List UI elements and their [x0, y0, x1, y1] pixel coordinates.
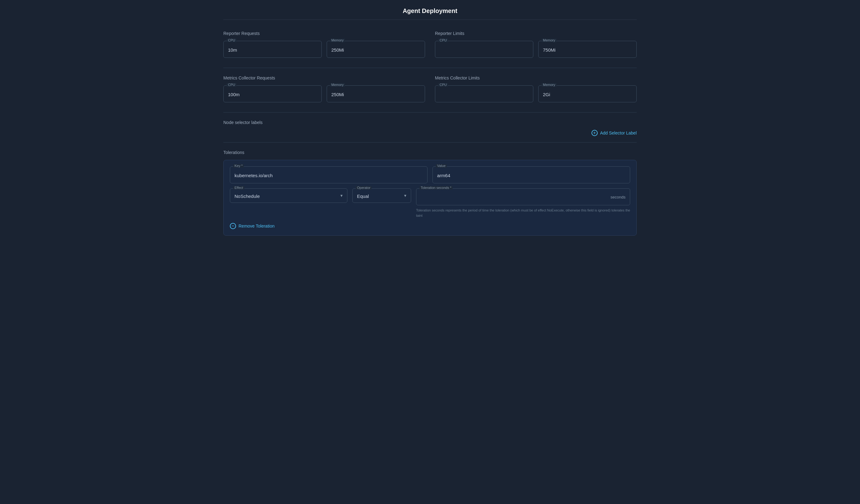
tolerations-title: Tolerations: [223, 150, 637, 155]
metrics-limits-memory-input[interactable]: [543, 91, 632, 98]
metrics-requests-memory-input[interactable]: [331, 91, 420, 98]
toleration-seconds-label: Toleration seconds *: [419, 186, 453, 190]
add-selector-button[interactable]: + Add Selector Label: [591, 130, 637, 136]
toleration-key-input[interactable]: [234, 172, 423, 179]
page-title: Agent Deployment: [223, 8, 637, 20]
metrics-requests-cpu-label: CPU: [227, 83, 236, 87]
metrics-requests-title: Metrics Collector Requests: [223, 75, 425, 80]
metrics-limits-memory-label: Memory: [542, 83, 557, 87]
metrics-limits-memory-field: Memory: [538, 85, 637, 102]
operator-label: Operator: [356, 186, 372, 190]
toleration-value-field: Value: [432, 166, 630, 183]
metrics-limits-cpu-field: CPU: [435, 85, 533, 102]
metrics-requests-memory-field: Memory: [327, 85, 425, 102]
effect-select-wrapper: Effect NoSchedule PreferNoSchedule NoExe…: [230, 188, 347, 203]
reporter-requests-title: Reporter Requests: [223, 31, 425, 36]
reporter-limits-title: Reporter Limits: [435, 31, 637, 36]
toleration-seconds-hint: Toleration seconds represents the period…: [416, 208, 630, 218]
node-selector-title: Node selector labels: [223, 120, 637, 125]
operator-select-wrapper: Operator Equal Exists ▼: [352, 188, 411, 203]
toleration-seconds-input[interactable]: [421, 194, 626, 201]
reporter-limits-memory-field: Memory: [538, 41, 637, 58]
reporter-requests-memory-label: Memory: [330, 39, 345, 42]
effect-label: Effect: [233, 186, 244, 190]
reporter-requests-cpu-label: CPU: [227, 39, 236, 42]
reporter-requests-memory-input[interactable]: [331, 46, 420, 54]
operator-select[interactable]: Equal Exists: [357, 194, 406, 199]
add-selector-label: Add Selector Label: [600, 131, 637, 135]
circle-plus-icon: +: [591, 130, 598, 136]
reporter-limits-memory-input[interactable]: [543, 46, 632, 54]
toleration-value-label: Value: [436, 164, 447, 167]
metrics-requests-memory-label: Memory: [330, 83, 345, 87]
remove-toleration-button[interactable]: − Remove Toleration: [230, 223, 274, 229]
metrics-limits-title: Metrics Collector Limits: [435, 75, 637, 80]
reporter-requests-cpu-input[interactable]: [228, 46, 317, 54]
effect-select[interactable]: NoSchedule PreferNoSchedule NoExecute: [234, 194, 343, 199]
remove-toleration-label: Remove Toleration: [239, 224, 274, 228]
toleration-card: Key * Value Effect No: [223, 160, 637, 236]
toleration-key-field: Key *: [230, 166, 428, 183]
reporter-limits-cpu-input[interactable]: [440, 46, 529, 54]
metrics-requests-cpu-input[interactable]: [228, 91, 317, 98]
reporter-requests-memory-field: Memory: [327, 41, 425, 58]
metrics-requests-cpu-field: CPU: [223, 85, 322, 102]
reporter-limits-cpu-label: CPU: [438, 39, 448, 42]
circle-minus-icon: −: [230, 223, 236, 229]
reporter-limits-cpu-field: CPU: [435, 41, 533, 58]
reporter-limits-memory-label: Memory: [542, 39, 557, 42]
toleration-seconds-wrapper: Toleration seconds * seconds: [416, 188, 630, 205]
metrics-limits-cpu-label: CPU: [438, 83, 448, 87]
reporter-requests-cpu-field: CPU: [223, 41, 322, 58]
metrics-limits-cpu-input[interactable]: [440, 91, 529, 98]
toleration-value-input[interactable]: [437, 172, 626, 179]
toleration-key-label: Key *: [233, 164, 244, 167]
